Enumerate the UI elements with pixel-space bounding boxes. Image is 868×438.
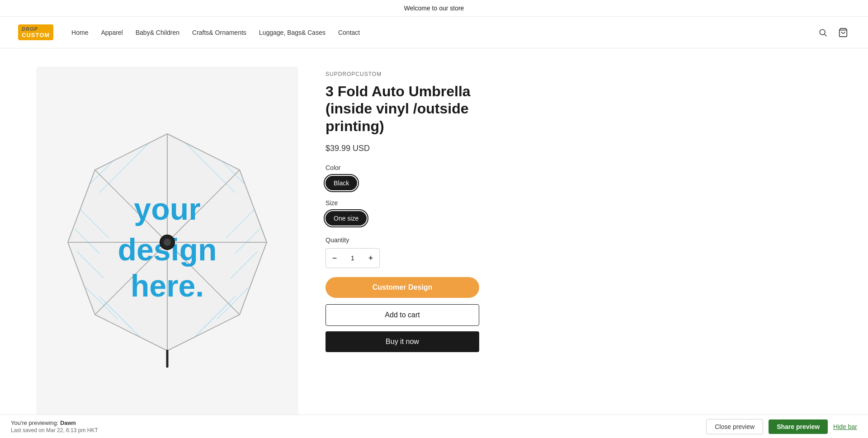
preview-bar-buttons: Close preview Share preview Hide bar <box>706 419 857 434</box>
logo-link[interactable]: DROP CUSTOM <box>18 24 53 40</box>
product-info: SUPDROPCUSTOM 3 Fold Auto Umbrella (insi… <box>326 66 479 418</box>
nav-crafts-ornaments[interactable]: Crafts& Ornaments <box>192 29 246 36</box>
cart-button[interactable] <box>836 26 850 39</box>
quantity-decrease-button[interactable]: − <box>326 249 343 268</box>
quantity-value: 1 <box>343 254 362 262</box>
header: DROP CUSTOM Home Apparel Baby& Children … <box>0 17 868 48</box>
add-to-cart-button[interactable]: Add to cart <box>326 304 479 326</box>
quantity-increase-button[interactable]: + <box>362 249 379 268</box>
size-one-size-button[interactable]: One size <box>326 211 367 226</box>
header-icons <box>816 26 850 39</box>
announcement-text: Welcome to our store <box>404 5 464 12</box>
size-options: One size <box>326 211 479 226</box>
nav-contact[interactable]: Contact <box>338 29 360 36</box>
nav-luggage[interactable]: Luggage, Bags& Cases <box>259 29 326 36</box>
preview-bar: You're previewing: Dawn Last saved on Ma… <box>0 414 868 436</box>
nav-home[interactable]: Home <box>71 29 88 36</box>
preview-info: You're previewing: Dawn Last saved on Ma… <box>11 419 706 433</box>
product-price: $39.99 USD <box>326 144 479 153</box>
product-image-section: your design here. <box>36 66 298 418</box>
preview-label-text: You're previewing: <box>11 419 58 426</box>
main-content: your design here. SUPDROPCUSTOM 3 Fold A… <box>0 48 868 436</box>
svg-point-0 <box>820 29 825 35</box>
search-button[interactable] <box>816 26 829 39</box>
logo-custom: CUSTOM <box>22 32 50 38</box>
preview-previewing-text: You're previewing: Dawn <box>11 419 706 426</box>
close-preview-button[interactable]: Close preview <box>706 419 763 434</box>
quantity-control: − 1 + <box>326 248 380 268</box>
product-title: 3 Fold Auto Umbrella (inside vinyl /outs… <box>326 83 479 135</box>
preview-last-saved: Last saved on Mar 22, 6:13 pm HKT <box>11 427 706 433</box>
color-label: Color <box>326 164 479 171</box>
logo-drop: DROP <box>22 26 50 32</box>
share-preview-button[interactable]: Share preview <box>769 419 828 434</box>
search-icon <box>818 28 827 37</box>
nav-baby-children[interactable]: Baby& Children <box>136 29 179 36</box>
brand-name: SUPDROPCUSTOM <box>326 71 479 77</box>
svg-line-1 <box>825 34 827 36</box>
svg-text:your: your <box>134 192 200 226</box>
size-label: Size <box>326 199 479 207</box>
cart-icon <box>838 28 848 38</box>
product-image: your design here. <box>50 116 285 369</box>
nav-apparel[interactable]: Apparel <box>101 29 123 36</box>
logo: DROP CUSTOM <box>18 24 53 40</box>
customer-design-button[interactable]: Customer Design <box>326 277 479 298</box>
svg-point-35 <box>164 239 171 246</box>
color-options: Black <box>326 176 479 190</box>
buy-now-button[interactable]: Buy it now <box>326 331 479 352</box>
preview-theme-name: Dawn <box>60 419 76 426</box>
announcement-bar: Welcome to our store <box>0 0 868 17</box>
svg-text:here.: here. <box>131 268 204 303</box>
main-nav: Home Apparel Baby& Children Crafts& Orna… <box>71 29 816 36</box>
color-black-button[interactable]: Black <box>326 176 357 190</box>
quantity-label: Quantity <box>326 236 479 244</box>
hide-bar-button[interactable]: Hide bar <box>833 423 857 430</box>
